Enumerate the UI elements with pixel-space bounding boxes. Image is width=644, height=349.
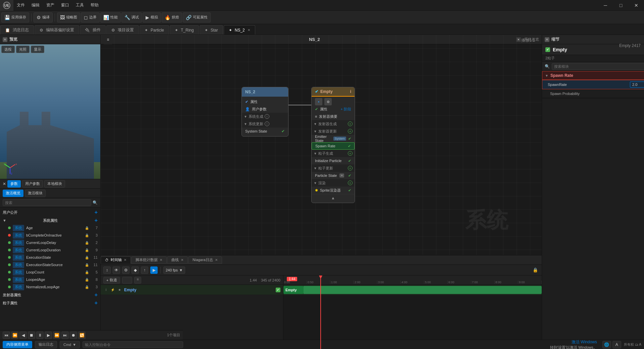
- boundary-button[interactable]: ◻ 边界: [81, 12, 100, 22]
- tab-star[interactable]: ✦ Star: [200, 25, 223, 35]
- select-tool-button[interactable]: 选投: [1, 46, 15, 53]
- display-tool-button[interactable]: 显示: [31, 46, 44, 53]
- emitter-visible-checkbox[interactable]: ✔: [545, 47, 550, 52]
- tab-tring[interactable]: ✦ T_Ring: [170, 25, 199, 35]
- empty-node-info[interactable]: i: [350, 89, 351, 94]
- tl-lock-button[interactable]: 🔒: [532, 266, 539, 274]
- empty-particle-update-section[interactable]: ▼ 粒子更新 +: [312, 164, 355, 172]
- tl-diamond-btn[interactable]: ◆: [131, 266, 139, 274]
- tl-skip-end-button[interactable]: ⏭: [61, 332, 69, 339]
- performance-button[interactable]: 📊 性能: [100, 12, 121, 22]
- tab-message-log[interactable]: 📋 消息日志: [0, 25, 34, 35]
- ns2-sysgen-info[interactable]: i: [265, 114, 269, 119]
- ns2-sysupd-info[interactable]: i: [265, 121, 269, 126]
- tl-filter-btn[interactable]: ⚙: [122, 266, 129, 274]
- tl-playhead[interactable]: [320, 276, 321, 349]
- tl-niagara-close[interactable]: ✕: [215, 258, 218, 262]
- tl-track-info-icon[interactable]: i: [103, 287, 109, 293]
- tl-tab-timeline[interactable]: ⏱ 时间轴 ✕: [101, 256, 131, 264]
- console-input[interactable]: [83, 341, 183, 348]
- activate-module-button[interactable]: 激活模块: [25, 190, 46, 197]
- taskbar-ime-icon[interactable]: A: [612, 341, 621, 348]
- save-button[interactable]: 💾 应用保存: [1, 12, 29, 22]
- system-props-add-button[interactable]: +: [95, 217, 98, 223]
- empty-spawnrate-item[interactable]: Spawn Rate ✔: [312, 142, 355, 150]
- params-tab-local[interactable]: 本地模块: [44, 180, 65, 188]
- content-panel-tab[interactable]: 内容侧滑菜单: [3, 341, 32, 348]
- tl-eye-btn[interactable]: 👁: [113, 266, 120, 274]
- fps-selector[interactable]: 240 fps ▼: [163, 266, 185, 274]
- tl-filter-button[interactable]: ≡: [134, 277, 141, 284]
- spawn-rate-input[interactable]: [630, 82, 644, 88]
- thumbnail-button[interactable]: 🖼 缩略图: [57, 12, 80, 22]
- tl-up-btn[interactable]: ↑: [141, 266, 148, 274]
- tab-plugins[interactable]: 🔌 插件: [80, 25, 106, 35]
- tl-track-star-icon[interactable]: ★: [117, 287, 122, 293]
- ns2-systemstate-item[interactable]: System State ✔: [242, 128, 288, 135]
- ns2-user-params-item[interactable]: 👤 用户参数: [242, 105, 288, 113]
- tl-zoom-btn[interactable]: ↕: [103, 266, 111, 274]
- tl-track-lightning-icon[interactable]: ⚡: [110, 287, 115, 293]
- preview-viewport[interactable]: 选投 光照 显示 X: [0, 44, 100, 179]
- menu-asset[interactable]: 资产: [43, 0, 58, 10]
- tl-tab-close[interactable]: ✕: [124, 258, 126, 262]
- empty-render-section[interactable]: ▼ 渲染 +: [312, 179, 355, 187]
- tab-project-settings[interactable]: ⚙ 项目设置: [106, 25, 139, 35]
- empty-emitterstate-item[interactable]: Emitter State System ✔: [312, 135, 355, 142]
- tl-play-btn[interactable]: ▶: [150, 266, 158, 274]
- tl-tab-niagara-log[interactable]: Niagara日志 ✕: [188, 256, 222, 264]
- menu-file[interactable]: 文件: [13, 0, 28, 10]
- menu-window[interactable]: 窗口: [58, 0, 72, 10]
- tl-tab-curve[interactable]: 曲线 ✕: [167, 256, 188, 264]
- tl-add-track-button[interactable]: + 轨道: [103, 277, 120, 284]
- empty-attr-item[interactable]: ✔ 属性 + 阶段: [312, 105, 355, 113]
- simulate-button[interactable]: ▶ 模拟: [143, 12, 161, 22]
- system-props-header[interactable]: ▼ 系统属性 +: [0, 217, 100, 224]
- empty-node[interactable]: ✔ Empty i 🔹 ⚙ ✔ 属性 + 阶段: [311, 87, 355, 203]
- tab-close-ns2[interactable]: ✕: [248, 28, 250, 32]
- debug-button[interactable]: 🔧 调试: [121, 12, 142, 22]
- tl-skip-start-button[interactable]: ⏮: [3, 332, 10, 339]
- preview-close-button[interactable]: ✕: [3, 37, 7, 42]
- tl-step-back-button[interactable]: ◀: [19, 332, 27, 339]
- lighting-tool-button[interactable]: 光照: [16, 46, 30, 53]
- empty-pgsec-add[interactable]: +: [348, 151, 353, 156]
- user-open-add-button[interactable]: +: [95, 209, 98, 215]
- tl-stop-button[interactable]: ⏹: [28, 332, 35, 339]
- emitter-props-add-button[interactable]: +: [95, 292, 98, 298]
- empty-particle-gen-section[interactable]: ▼ 粒子生成 +: [312, 150, 355, 157]
- empty-summary-item[interactable]: ≡ 发射器摘要: [312, 113, 355, 120]
- menu-help[interactable]: 帮助: [87, 0, 102, 10]
- tab-particle[interactable]: ✦ Particle: [140, 25, 169, 35]
- particle-props-header[interactable]: 粒子属性 +: [0, 299, 100, 307]
- inspector-close-button[interactable]: ✕: [545, 37, 549, 42]
- window-minimize-button[interactable]: ─: [598, 0, 613, 11]
- tl-pause-button[interactable]: ⏸: [36, 332, 44, 339]
- params-tab-params[interactable]: 参数: [7, 180, 21, 188]
- taskbar-globe-icon[interactable]: 🌐: [602, 341, 611, 348]
- node-editor[interactable]: ≡ NS_2 ✕ 系统总览 播放1:1 系统 NS_2 ✔ 属性: [101, 35, 542, 255]
- ns2-node[interactable]: NS_2 ✔ 属性 👤 用户参数 ▼ 系统生成: [241, 87, 288, 137]
- ns2-sys-gen-section[interactable]: ▼ 系统生成 i: [242, 113, 288, 120]
- tl-prev-frame-button[interactable]: ⏪: [11, 332, 18, 339]
- spawn-rate-header[interactable]: ▼ Spawn Rate 🗑 👁: [542, 71, 644, 80]
- tl-curve-close[interactable]: ✕: [181, 258, 183, 262]
- tl-step-forward-button[interactable]: ▶: [45, 332, 52, 339]
- tab-ns2[interactable]: ✦ NS_2 ✕: [224, 25, 255, 35]
- menu-tools[interactable]: 工具: [72, 0, 87, 10]
- particle-props-add-button[interactable]: +: [95, 300, 98, 306]
- empty-emitter-update-section[interactable]: ▼ 发射器更新 +: [312, 128, 355, 135]
- params-search-input[interactable]: [3, 199, 91, 206]
- compile-button[interactable]: ⚙ 编译: [34, 12, 53, 22]
- emitter-props-header[interactable]: 发射器属性 +: [0, 291, 100, 299]
- tl-loop-button[interactable]: 🔁: [78, 332, 86, 339]
- params-tab-user[interactable]: 用户参数: [22, 180, 43, 188]
- empty-particlestate-item[interactable]: Particle State + ✔: [312, 172, 355, 179]
- empty-stage-add[interactable]: + 阶段: [341, 107, 351, 112]
- tl-record-button[interactable]: ⏺: [70, 332, 77, 339]
- timeline-right-area[interactable]: 1:44 0:00 0:50 1:00 2:00 3:00 4:00 5:00 …: [283, 276, 542, 349]
- window-close-button[interactable]: ✕: [629, 0, 644, 11]
- activate-overview-button[interactable]: 激活概览: [3, 190, 23, 197]
- tab-editor-prefs[interactable]: ⚙ 编辑器偏好设置: [35, 25, 79, 35]
- empty-pusec-add[interactable]: +: [348, 166, 353, 170]
